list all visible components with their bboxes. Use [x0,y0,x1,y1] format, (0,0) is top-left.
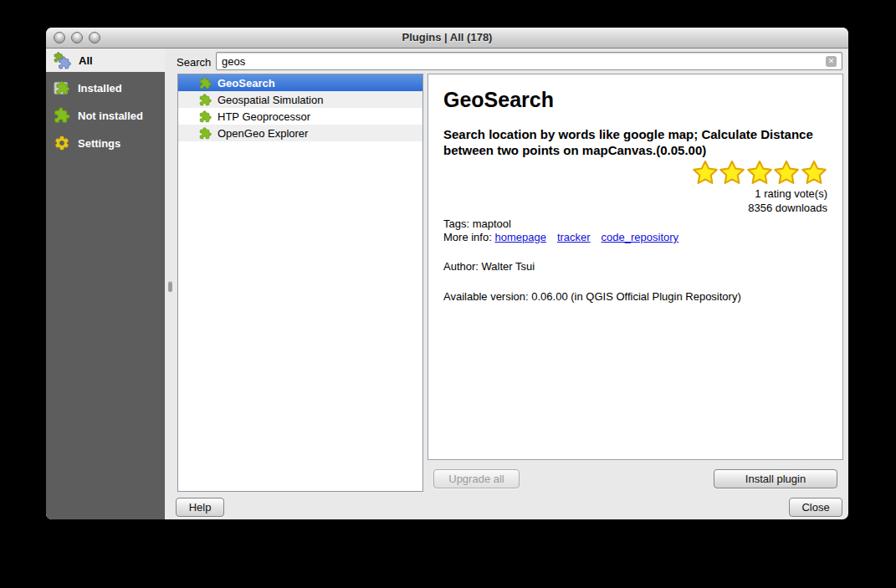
title-bar[interactable]: Plugins | All (178) [46,28,848,49]
sidebar-item-label: All [79,54,93,67]
available-version-line: Available version: 0.06.00 (in QGIS Offi… [443,290,827,304]
sidebar-item-label: Not installed [78,110,143,122]
puzzle-green-icon [199,94,212,106]
plugin-name: OpenGeo Explorer [218,127,308,140]
tags-value: maptool [473,217,511,230]
upgrade-all-button[interactable]: Upgrade all [433,469,520,488]
window-close-button[interactable] [54,32,65,43]
rating-stars [443,160,827,187]
search-label: Search [177,56,211,69]
plugin-list-item[interactable]: Geospatial Simulation [178,91,422,108]
sidebar: All Installed Not installed Settings [46,49,165,519]
more-info-line: More info: homepagetrackercode_repositor… [443,231,827,244]
window-minimize-button[interactable] [71,32,83,43]
close-button[interactable]: Close [789,498,842,517]
sidebar-item-not-installed[interactable]: Not installed [46,104,165,127]
splitter-handle[interactable] [168,281,172,292]
install-plugin-button[interactable]: Install plugin [714,469,837,488]
star-icon [773,160,800,186]
puzzle-green-icon [54,107,70,124]
sidebar-item-all[interactable]: All [46,49,165,72]
plugin-name: HTP Geoprocessor [218,110,310,123]
more-info-label: More info: [443,231,494,243]
star-icon [801,160,827,186]
help-button[interactable]: Help [176,498,224,517]
download-count: 8356 downloads [443,201,827,215]
plugin-title: GeoSearch [443,88,827,112]
star-icon [719,160,745,186]
clear-search-icon[interactable]: ✕ [826,56,837,67]
search-input[interactable] [222,55,826,68]
gear-icon [54,135,70,151]
plugin-name: GeoSearch [218,77,275,89]
puzzle-pieces-blue-icon [54,52,71,69]
window-title: Plugins | All (178) [46,28,848,48]
sidebar-item-label: Settings [78,137,120,150]
search-field: ✕ [216,52,842,70]
tracker-link[interactable]: tracker [557,231,591,243]
puzzle-installed-icon [54,79,70,96]
tags-line: Tags: maptool [443,217,827,231]
plugin-list-item[interactable]: OpenGeo Explorer [178,125,422,141]
plugin-description: Search location by words like google map… [443,126,822,158]
code-repository-link[interactable]: code_repository [602,231,679,243]
star-icon [746,160,773,186]
plugin-list-item[interactable]: GeoSearch [178,74,422,91]
plugins-dialog-window: Plugins | All (178) All Installed Not in… [46,28,848,519]
homepage-link[interactable]: homepage [494,231,545,243]
main-area: Search ✕ GeoSearch Geospatial Simulation [165,49,848,519]
plugin-list-item[interactable]: HTP Geoprocessor [178,108,422,125]
window-zoom-button[interactable] [89,32,100,43]
sidebar-item-label: Installed [78,82,122,95]
author-line: Author: Walter Tsui [443,260,827,274]
tags-label: Tags: [443,217,473,230]
rating-votes: 1 rating vote(s) [443,187,827,201]
puzzle-green-icon [199,77,212,89]
puzzle-green-icon [199,127,212,140]
plugin-details-panel: GeoSearch Search location by words like … [428,74,843,460]
sidebar-item-settings[interactable]: Settings [46,131,165,155]
puzzle-green-icon [199,110,212,123]
star-icon [692,160,719,186]
plugin-list: GeoSearch Geospatial Simulation HTP Geop… [177,74,423,492]
sidebar-item-installed[interactable]: Installed [46,76,165,100]
plugin-name: Geospatial Simulation [218,94,323,106]
